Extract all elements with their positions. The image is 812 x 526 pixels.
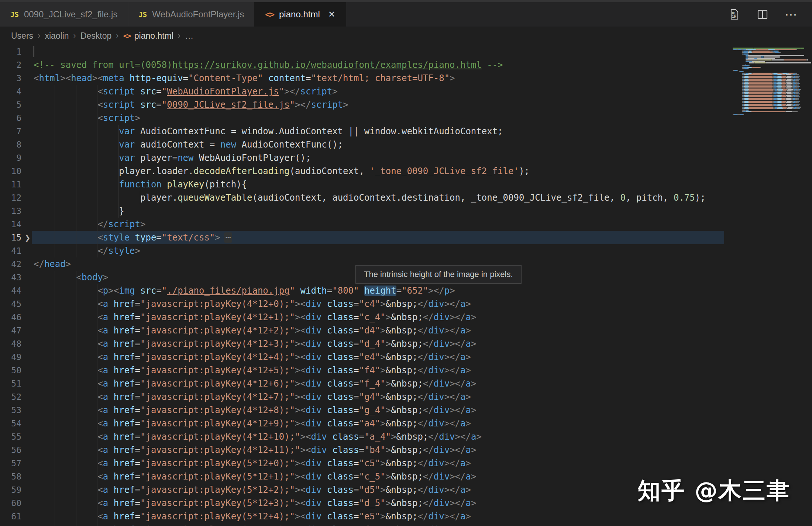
- code-line-11[interactable]: 11function playKey(pitch){: [0, 178, 812, 191]
- minimap-run: [801, 48, 804, 49]
- fold-zone: [21, 72, 34, 85]
- code-token: [327, 445, 332, 455]
- line-content[interactable]: <a href="javascript:playKey(4*12+2);"><d…: [34, 324, 812, 337]
- code-line-47[interactable]: 47<a href="javascript:playKey(4*12+2);">…: [0, 324, 812, 337]
- code-line-8[interactable]: 8var audioContext = new AudioContextFunc…: [0, 138, 812, 151]
- code-token: =: [135, 299, 140, 309]
- line-content[interactable]: <script>: [34, 111, 812, 125]
- minimap-run: [749, 96, 773, 97]
- line-content[interactable]: <a href="javascript:playKey(5*12+4);"><d…: [34, 510, 812, 523]
- line-content[interactable]: [34, 45, 812, 58]
- tab-piano.html[interactable]: <>piano.html✕: [255, 2, 346, 27]
- line-content[interactable]: player.loader.decodeAfterLoading(audioCo…: [34, 165, 812, 178]
- line-content[interactable]: <a href="javascript:playKey(4*12+4);"><d…: [34, 350, 812, 364]
- open-changes-icon[interactable]: 0110: [729, 8, 740, 20]
- split-editor-icon[interactable]: [757, 8, 768, 20]
- code-line-56[interactable]: 56<a href="javascript:playKey(4*12+11);"…: [0, 443, 812, 457]
- code-line-45[interactable]: 45<a href="javascript:playKey(4*12+0);">…: [0, 297, 812, 311]
- line-content[interactable]: <a href="javascript:playKey(4*12+8);"><d…: [34, 404, 812, 417]
- code-line-10[interactable]: 10player.loader.decodeAfterLoading(audio…: [0, 165, 812, 178]
- breadcrumb-item-…[interactable]: …: [185, 31, 193, 41]
- fold-zone: [21, 390, 34, 404]
- line-content[interactable]: </style>: [34, 244, 812, 257]
- indent-guides: [34, 377, 97, 390]
- line-content[interactable]: <style type="text/css">⋯: [34, 231, 812, 244]
- line-content[interactable]: <a href="javascript:playKey(4*12+0);"><d…: [34, 297, 812, 311]
- code-line-49[interactable]: 49<a href="javascript:playKey(4*12+4);">…: [0, 350, 812, 364]
- close-tab-icon[interactable]: ✕: [328, 9, 336, 20]
- fold-zone: [21, 404, 34, 417]
- breadcrumb-item-piano.html[interactable]: <>piano.html: [123, 31, 173, 41]
- breadcrumb-item-xiaolin[interactable]: xiaolin: [45, 31, 69, 41]
- code-line-50[interactable]: 50<a href="javascript:playKey(4*12+5);">…: [0, 364, 812, 377]
- code-line-7[interactable]: 7var AudioContextFunc = window.AudioCont…: [0, 125, 812, 138]
- code-line-4[interactable]: 4<script src="WebAudioFontPlayer.js"></s…: [0, 85, 812, 98]
- html-file-icon: <>: [265, 10, 274, 19]
- more-actions-icon[interactable]: ⋯: [785, 8, 798, 21]
- code-line-13[interactable]: 13}: [0, 204, 812, 218]
- code-line-1[interactable]: 1: [0, 45, 812, 58]
- line-content[interactable]: <a href="javascript:playKey(5*12+0);"><d…: [34, 457, 812, 470]
- line-content[interactable]: <a href="javascript:playKey(4*12+3);"><d…: [34, 337, 812, 350]
- line-content[interactable]: <a href="javascript:playKey(4*12+11);"><…: [34, 443, 812, 457]
- breadcrumb-item-Users[interactable]: Users: [11, 31, 33, 41]
- code-line-12[interactable]: 12player.queueWaveTable(audioContext, au…: [0, 191, 812, 204]
- minimap-run: [753, 52, 772, 53]
- line-content[interactable]: <a href="javascript:playKey(4*12+5);"><d…: [34, 364, 812, 377]
- code-line-5[interactable]: 5<script src="0090_JCLive_sf2_file.js"><…: [0, 98, 812, 111]
- line-content[interactable]: var player=new WebAudioFontPlayer();: [34, 151, 812, 165]
- line-content[interactable]: var audioContext = new AudioContextFunc(…: [34, 138, 812, 151]
- line-content[interactable]: <a href="javascript:playKey(5*12+5);"><d…: [34, 523, 812, 526]
- line-content[interactable]: <script src="WebAudioFontPlayer.js"></sc…: [34, 85, 812, 98]
- line-content[interactable]: function playKey(pitch){: [34, 178, 812, 191]
- line-content[interactable]: <a href="javascript:playKey(4*12+1);"><d…: [34, 311, 812, 324]
- code-line-54[interactable]: 54<a href="javascript:playKey(4*12+9);">…: [0, 417, 812, 430]
- line-content[interactable]: <p><img src="./piano_files/piano.jpg" wi…: [34, 284, 812, 297]
- minimap-run: [786, 111, 792, 112]
- line-content[interactable]: <a href="javascript:playKey(4*12+6);"><d…: [34, 377, 812, 390]
- fold-collapsed-icon[interactable]: ❯: [25, 233, 31, 242]
- line-content[interactable]: <a href="javascript:playKey(4*12+7);"><d…: [34, 390, 812, 404]
- code-token: ></: [444, 392, 460, 402]
- line-content[interactable]: <script src="0090_JCLive_sf2_file.js"></…: [34, 98, 812, 111]
- code-line-46[interactable]: 46<a href="javascript:playKey(4*12+1);">…: [0, 311, 812, 324]
- minimap[interactable]: [733, 45, 811, 252]
- line-content[interactable]: <html><head><meta http-equiv="Content-Ty…: [34, 72, 812, 85]
- code-line-57[interactable]: 57<a href="javascript:playKey(5*12+0);">…: [0, 457, 812, 470]
- code-line-52[interactable]: 52<a href="javascript:playKey(4*12+7);">…: [0, 390, 812, 404]
- code-line-15[interactable]: 15❯<style type="text/css">⋯: [0, 231, 812, 244]
- minimap-run: [745, 96, 748, 97]
- code-line-3[interactable]: 3<html><head><meta http-equiv="Content-T…: [0, 72, 812, 85]
- code-line-55[interactable]: 55<a href="javascript:playKey(4*12+10);"…: [0, 430, 812, 443]
- code-line-61[interactable]: 61<a href="javascript:playKey(5*12+4);">…: [0, 510, 812, 523]
- line-content[interactable]: <a href="javascript:playKey(4*12+10);"><…: [34, 430, 812, 443]
- fold-zone: [21, 523, 34, 526]
- folded-region-marker[interactable]: ⋯: [224, 232, 232, 243]
- code-line-51[interactable]: 51<a href="javascript:playKey(4*12+6);">…: [0, 377, 812, 390]
- fold-zone: [21, 244, 34, 257]
- line-content[interactable]: }: [34, 204, 812, 218]
- code-line-6[interactable]: 6<script>: [0, 111, 812, 125]
- fold-zone: ❯: [21, 231, 34, 244]
- line-content[interactable]: <!-- saved from url=(0058)https://suriko…: [34, 58, 812, 72]
- code-line-2[interactable]: 2<!-- saved from url=(0058)https://surik…: [0, 58, 812, 72]
- minimap-run: [774, 93, 777, 94]
- code-line-14[interactable]: 14</script>: [0, 218, 812, 231]
- tab-0090_JCLive_sf2_file.js[interactable]: JS0090_JCLive_sf2_file.js: [0, 2, 128, 27]
- code-line-62[interactable]: 62<a href="javascript:playKey(5*12+5);">…: [0, 523, 812, 526]
- code-line-48[interactable]: 48<a href="javascript:playKey(4*12+3);">…: [0, 337, 812, 350]
- code-line-41[interactable]: 41</style>: [0, 244, 812, 257]
- minimap-run: [783, 108, 786, 109]
- code-token: >: [386, 312, 391, 322]
- tab-WebAudioFontPlayer.js[interactable]: JSWebAudioFontPlayer.js: [128, 2, 255, 27]
- breadcrumb-item-Desktop[interactable]: Desktop: [80, 31, 111, 41]
- code-line-53[interactable]: 53<a href="javascript:playKey(4*12+8);">…: [0, 404, 812, 417]
- code-line-44[interactable]: 44<p><img src="./piano_files/piano.jpg" …: [0, 284, 812, 297]
- minimap-run: [749, 79, 773, 80]
- line-content[interactable]: <a href="javascript:playKey(4*12+9);"><d…: [34, 417, 812, 430]
- line-content[interactable]: var AudioContextFunc = window.AudioConte…: [34, 125, 812, 138]
- code-editor[interactable]: 12<!-- saved from url=(0058)https://suri…: [0, 45, 812, 526]
- line-content[interactable]: </script>: [34, 218, 812, 231]
- line-content[interactable]: player.queueWaveTable(audioContext, audi…: [34, 191, 812, 204]
- code-line-9[interactable]: 9var player=new WebAudioFontPlayer();: [0, 151, 812, 165]
